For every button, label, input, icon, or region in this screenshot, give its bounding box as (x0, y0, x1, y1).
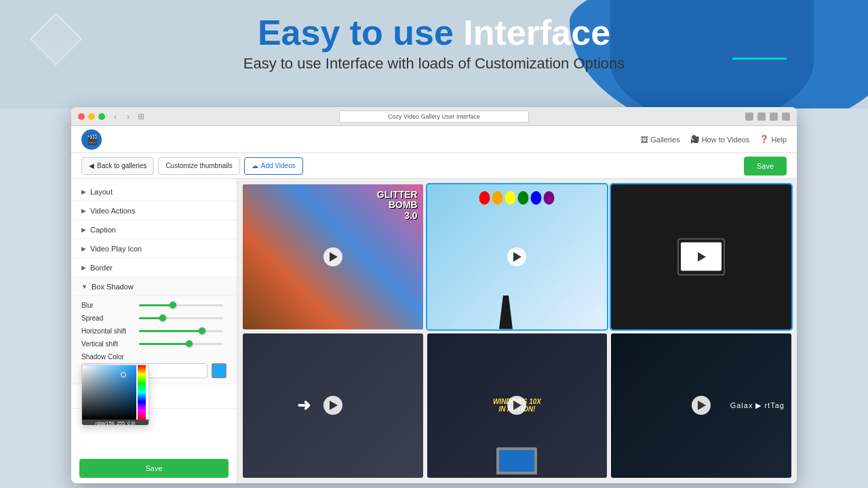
color-picker-popup[interactable]: rgba(158, 255, 0.9) (81, 365, 149, 426)
sidebar-save-button[interactable]: Save (79, 459, 229, 478)
video-grid: GLITTERBOMB3.0 (237, 179, 797, 483)
toolbar-left: ◀ Back to galleries Customize thumbnails… (81, 157, 303, 175)
chevron-right-icon: ▶ (81, 245, 86, 252)
title-part2: Interface (463, 13, 610, 52)
sidebar-item-video-actions[interactable]: ▶ Video Actions (71, 201, 237, 220)
vertical-fill (139, 343, 189, 345)
nav-how-to[interactable]: 🎥 How to Videos (690, 135, 750, 144)
play-icon-2 (513, 252, 521, 262)
color-picker-gradient[interactable] (82, 365, 136, 420)
play-icon-1 (330, 252, 338, 262)
chevron-right-icon: ▶ (81, 188, 86, 195)
sidebar-item-video-play-icon[interactable]: ▶ Video Play Icon (71, 239, 237, 258)
balloon-purple (544, 191, 555, 205)
person-silhouette (499, 296, 513, 329)
vertical-thumb[interactable] (186, 340, 193, 347)
play-button-5[interactable] (507, 396, 526, 415)
video-thumb-6[interactable]: Galax ▶ rtTag (611, 333, 791, 479)
balloon-red (479, 191, 490, 205)
horizontal-thumb[interactable] (199, 327, 205, 334)
video-thumb-1[interactable]: GLITTERBOMB3.0 (243, 184, 423, 329)
sidebar-item-box-shadow[interactable]: ▼ Box Shadow (71, 277, 237, 296)
chevron-right-icon: ▶ (81, 264, 86, 271)
hero-heading: Easy to use Interface Easy to use Interf… (0, 14, 868, 73)
color-picker-label: rgba(158, 255, 0.9) (82, 420, 149, 426)
arrow-decoration: ➜ (297, 396, 311, 415)
nav-galleries[interactable]: 🖼 Galleries (641, 135, 679, 144)
main-title: Easy to use Interface (0, 14, 868, 52)
toolbar: ◀ Back to galleries Customize thumbnails… (71, 153, 797, 179)
shadow-color-swatch[interactable] (212, 363, 226, 378)
back-nav-icon[interactable]: ‹ (111, 112, 120, 121)
glitter-bomb-text: GLITTERBOMB3.0 (377, 190, 418, 221)
maximize-button[interactable] (98, 113, 105, 120)
horizontal-slider[interactable] (139, 330, 223, 332)
browser-right-icons (745, 113, 790, 121)
play-button-3[interactable] (692, 247, 711, 266)
spread-thumb[interactable] (159, 314, 166, 321)
forward-nav-icon[interactable]: › (123, 112, 133, 121)
close-button[interactable] (78, 113, 85, 120)
video-thumb-3[interactable] (611, 184, 791, 329)
traffic-lights (78, 113, 105, 120)
balloon-blue (531, 191, 542, 205)
blur-row: Blur (81, 302, 226, 309)
spread-slider[interactable] (139, 317, 223, 319)
accent-line (732, 58, 787, 60)
browser-icon-1[interactable] (745, 113, 753, 121)
browser-icon-2[interactable] (757, 113, 766, 121)
balloon-green (518, 191, 529, 205)
laptop-decoration (496, 447, 537, 474)
blur-fill (139, 304, 173, 306)
play-button-1[interactable] (323, 247, 342, 266)
minimize-button[interactable] (88, 113, 95, 120)
add-icon: ☁ (252, 162, 258, 169)
chevron-down-icon: ▼ (81, 283, 87, 290)
app-nav: 🖼 Galleries 🎥 How to Videos ❓ Help (641, 135, 787, 144)
sidebar-item-caption[interactable]: ▶ Caption (71, 220, 237, 239)
galaxy-text: Galax ▶ rtTag (730, 401, 785, 410)
nav-help[interactable]: ❓ Help (760, 135, 787, 144)
video-thumb-4[interactable]: ➜ (243, 333, 423, 479)
video-thumb-5[interactable]: WINDOWS 10X IN ACTION! (427, 333, 608, 479)
play-icon-3 (698, 252, 706, 262)
video-thumb-2[interactable] (427, 184, 608, 329)
browser-chrome: ‹ › ⊞ Cozy Video Gallery User Interface (71, 107, 797, 126)
blur-slider[interactable] (139, 304, 223, 306)
help-icon: ❓ (760, 135, 769, 144)
color-picker-hue[interactable] (138, 365, 146, 420)
save-button[interactable]: Save (744, 157, 787, 176)
play-icon-4 (330, 401, 338, 410)
add-videos-button[interactable]: ☁ Add Videos (244, 157, 303, 175)
chevron-right-icon: ▶ (81, 226, 86, 233)
play-button-4[interactable] (323, 396, 342, 415)
vertical-slider[interactable] (139, 343, 223, 345)
back-icon: ◀ (89, 162, 94, 169)
sidebar-item-border[interactable]: ▶ Border (71, 258, 237, 277)
play-button-6[interactable] (692, 396, 711, 415)
browser-window: ‹ › ⊞ Cozy Video Gallery User Interface … (71, 107, 797, 483)
layout-icon[interactable]: ⊞ (136, 112, 146, 121)
customize-thumbnails-button[interactable]: Customize thumbnails (158, 157, 239, 175)
address-bar[interactable]: Cozy Video Gallery User Interface (339, 110, 529, 123)
sidebar-item-layout[interactable]: ▶ Layout (71, 182, 237, 201)
main-content: ▶ Layout ▶ Video Actions ▶ Caption ▶ Vid… (71, 179, 797, 483)
spread-row: Spread (81, 314, 226, 322)
color-picker-crosshair (121, 372, 126, 378)
play-icon-5 (513, 401, 521, 410)
play-button-2[interactable] (507, 247, 526, 266)
balloon-orange (492, 191, 503, 205)
galleries-icon: 🖼 (641, 136, 648, 144)
blur-thumb[interactable] (170, 302, 176, 308)
video-icon: 🎥 (690, 135, 700, 144)
app-header: 🎬 🖼 Galleries 🎥 How to Videos ❓ Help (71, 126, 797, 153)
browser-icon-3[interactable] (770, 113, 778, 121)
laptop-screen (499, 450, 534, 472)
balloon-yellow (505, 191, 516, 205)
app-logo[interactable]: 🎬 (81, 129, 102, 150)
browser-icon-4[interactable] (782, 113, 790, 121)
play-icon-6 (698, 401, 706, 410)
balloons-decoration (479, 191, 555, 205)
back-to-galleries-button[interactable]: ◀ Back to galleries (81, 157, 154, 175)
vertical-shift-row: Vertical shift (81, 340, 226, 348)
